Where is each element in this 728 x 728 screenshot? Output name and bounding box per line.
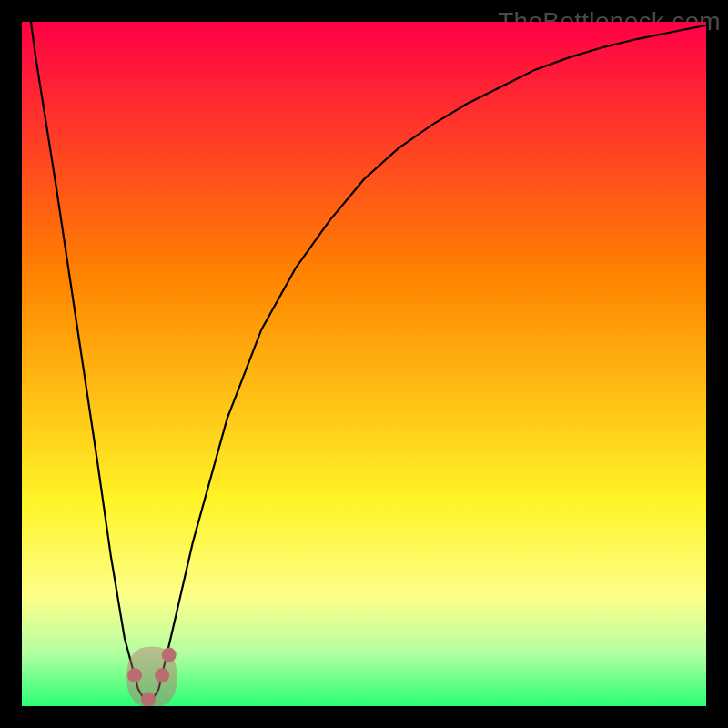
- plot-area: [22, 22, 706, 706]
- gradient-background: [22, 22, 706, 706]
- trough-blob: [126, 647, 177, 706]
- chart-frame: TheBottleneck.com: [0, 0, 728, 728]
- plot-svg: [22, 22, 706, 706]
